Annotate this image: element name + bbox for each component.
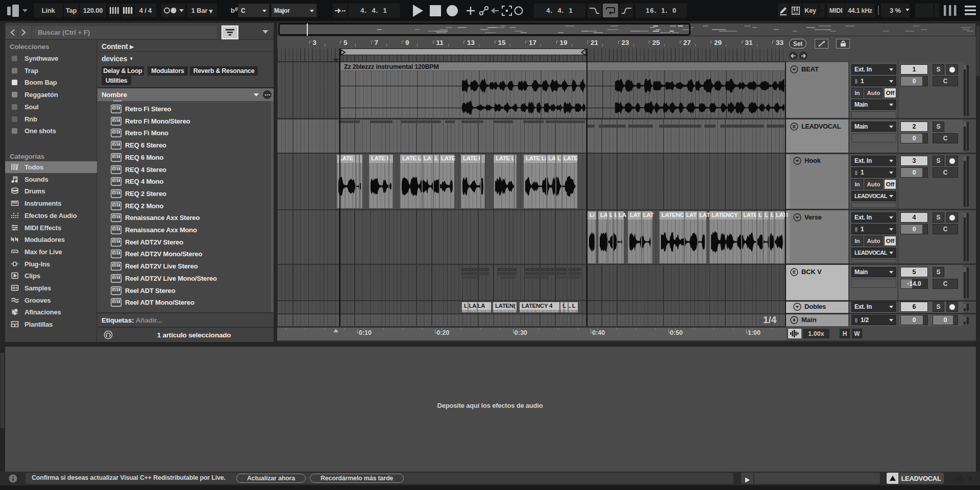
svg-text:VST: VST: [113, 251, 119, 255]
svg-text:VST: VST: [113, 179, 119, 182]
svg-text:VST: VST: [113, 287, 119, 291]
svg-text:VST: VST: [113, 263, 119, 267]
svg-text:VST: VST: [113, 275, 119, 279]
svg-text:VST: VST: [113, 215, 119, 218]
svg-text:VST: VST: [113, 227, 119, 231]
svg-text:VST: VST: [113, 118, 119, 121]
svg-text:VST: VST: [113, 300, 119, 303]
svg-text:VST: VST: [113, 106, 119, 110]
svg-text:VST: VST: [113, 154, 119, 158]
svg-text:VST: VST: [113, 239, 119, 242]
svg-text:VST: VST: [113, 203, 119, 206]
svg-text:VST: VST: [113, 190, 119, 194]
svg-text:VST: VST: [113, 166, 119, 170]
svg-text:VST: VST: [113, 142, 119, 146]
svg-text:VST: VST: [113, 130, 119, 134]
